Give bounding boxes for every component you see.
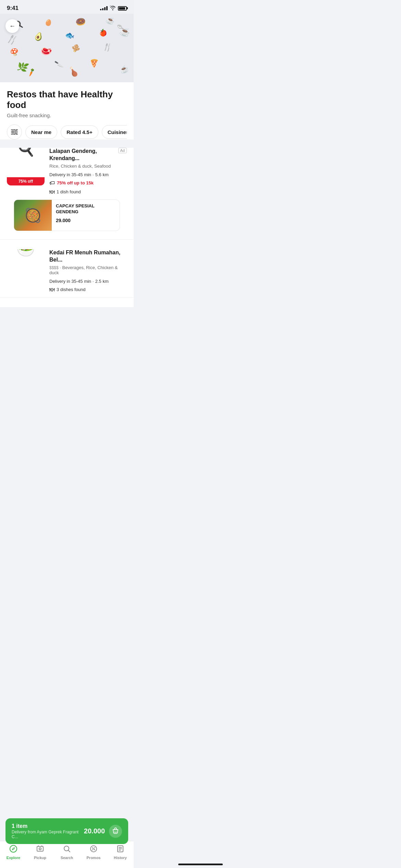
cuisines-filter[interactable]: Cuisines ▾ (102, 125, 127, 139)
restaurant-name-row: Lalapan Gendeng, Krendang... Ad (49, 148, 127, 162)
status-icons (100, 5, 127, 11)
restaurant-details-1: Lalapan Gendeng, Krendang... Ad Rice, Ch… (49, 148, 127, 195)
dish-found-row-2: 🍽 3 dishes found (49, 287, 127, 292)
near-me-filter[interactable]: Near me (25, 125, 57, 139)
wifi-icon (110, 5, 116, 11)
svg-point-4 (12, 131, 14, 133)
hero-banner: 🍳 🥚 🍩 ☕ 🥄 🍴 🥑 🐟 🍎 ☕ 🍄 🥩 🫚 🍴 🌿 🔪 🍕 🥕 🍗 ☕ … (0, 14, 134, 82)
delivery-time-1: Delivery in 35-45 min (49, 172, 91, 177)
dish-found-text-2: 3 dishes found (57, 287, 86, 292)
restaurant-details-2: Kedai FR Menuh Rumahan, Bel... $$$$ · Be… (49, 249, 127, 292)
delivery-time-2: Delivery in 35-45 min (49, 279, 91, 284)
restaurant-main-info: 75% off Lalapan Gendeng, Krendang... Ad … (7, 148, 127, 195)
dish-found-row: 🍽 1 dish found (49, 189, 127, 195)
restaurant-list: 75% off Lalapan Gendeng, Krendang... Ad … (0, 148, 134, 307)
distance-1: 5.6 km (95, 172, 109, 177)
restaurant-cuisine-2: $$$$ · Beverages, Rice, Chicken & duck (49, 265, 127, 275)
discount-badge: 75% off (7, 177, 45, 185)
distance-2: 2.5 km (95, 279, 109, 284)
restaurant-image-2[interactable] (7, 249, 45, 287)
restaurant-image-1[interactable]: 75% off (7, 148, 45, 185)
restaurant-cuisine-1: Rice, Chicken & duck, Seafood (49, 164, 127, 169)
dot-separator: · (93, 172, 94, 177)
dish-price-1: 29.000 (56, 218, 116, 223)
dish-found-text-1: 1 dish found (57, 189, 81, 194)
status-bar: 9:41 (0, 0, 134, 14)
dish-info-1: CAPCAY SPESIAL GENDENG 29.000 (52, 200, 120, 231)
svg-point-5 (15, 133, 17, 135)
restaurant-card-1: 75% off Lalapan Gendeng, Krendang... Ad … (0, 148, 134, 240)
status-time: 9:41 (7, 5, 19, 12)
filter-bar: Near me Rated 4.5+ Cuisines ▾ (7, 124, 127, 140)
restaurant-name-row-2: Kedai FR Menuh Rumahan, Bel... (49, 249, 127, 264)
page-subtitle: Guilt-free snacking. (7, 112, 127, 118)
svg-point-3 (15, 129, 17, 131)
dish-card-1[interactable]: CAPCAY SPESIAL GENDENG 29.000 (14, 200, 120, 231)
back-arrow-icon: ← (9, 23, 15, 30)
filter-settings-button[interactable] (7, 124, 22, 140)
dot-separator-2: · (93, 279, 94, 284)
battery-icon (118, 6, 127, 11)
rated-filter[interactable]: Rated 4.5+ (61, 125, 98, 139)
delivery-info-2: Delivery in 35-45 min · 2.5 km (49, 279, 127, 284)
restaurant-card-2: Kedai FR Menuh Rumahan, Bel... $$$$ · Be… (0, 242, 134, 298)
promo-icon: 🏷 (49, 180, 55, 186)
page-title: Restos that have Healthy food (7, 89, 127, 110)
dish-image-1 (14, 200, 52, 231)
restaurant-main-info-2: Kedai FR Menuh Rumahan, Bel... $$$$ · Be… (7, 249, 127, 292)
delivery-info-1: Delivery in 35-45 min · 5.6 km (49, 172, 127, 177)
back-button[interactable]: ← (5, 19, 19, 33)
promo-text-1: 75% off up to 15k (57, 180, 94, 185)
dish-icon-2: 🍽 (49, 287, 54, 292)
dish-icon: 🍽 (49, 189, 54, 195)
restaurant-name-2: Kedai FR Menuh Rumahan, Bel... (49, 249, 127, 264)
ad-badge: Ad (118, 148, 127, 153)
restaurant-name-1: Lalapan Gendeng, Krendang... (49, 148, 116, 162)
price-range: $$$$ (49, 265, 59, 270)
dish-name-1: CAPCAY SPESIAL GENDENG (56, 203, 116, 215)
content-area: Restos that have Healthy food Guilt-free… (0, 82, 134, 140)
signal-icon (100, 6, 108, 10)
promo-row-1: 🏷 75% off up to 15k (49, 180, 127, 186)
